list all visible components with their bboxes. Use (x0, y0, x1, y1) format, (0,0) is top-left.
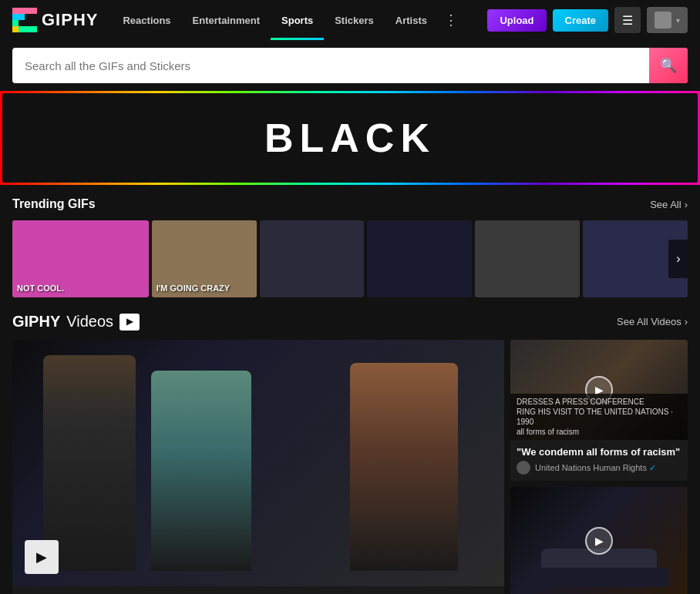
video-channel: United Nations Human Rights ✓ (517, 461, 681, 475)
svg-rect-3 (12, 26, 19, 32)
create-button[interactable]: Create (553, 9, 608, 32)
verified-badge-icon: ✓ (649, 463, 656, 473)
svg-rect-4 (19, 8, 37, 14)
gif-item[interactable] (260, 220, 365, 297)
trending-header: Trending GIFs See All › (12, 197, 688, 211)
channel-avatar (517, 461, 530, 475)
gif-content: I'M GOING CRAZY (152, 220, 257, 297)
gif-label: NOT COOL. (17, 284, 64, 293)
video-card[interactable]: ▶ Don Toliver – After Party (510, 487, 688, 594)
banner-text: BLACK (264, 116, 436, 160)
channel-name: United Nations Human Rights ✓ (535, 463, 656, 473)
nav-artists[interactable]: Artists (385, 0, 438, 40)
videos-label: Videos (66, 313, 113, 331)
logo-text: GIPHY (42, 10, 98, 30)
search-icon: 🔍 (660, 57, 677, 74)
scene-figure-mid (151, 371, 251, 571)
main-video-thumbnail: ▶ (12, 340, 504, 586)
avatar-image (655, 12, 671, 29)
video-card-thumbnail: ▶ (510, 487, 688, 594)
nav-stickers[interactable]: Stickers (324, 0, 385, 40)
logo-icon (12, 8, 37, 32)
header-actions: Upload Create ☰ ▾ (487, 7, 688, 33)
trending-title: Trending GIFs (12, 197, 96, 211)
upload-button[interactable]: Upload (487, 9, 546, 32)
gif-content (367, 220, 472, 297)
user-avatar[interactable]: ▾ (647, 7, 688, 33)
videos-brand: GIPHY (12, 313, 60, 331)
nav-entertainment[interactable]: Entertainment (182, 0, 271, 40)
avatar-chevron-icon: ▾ (676, 16, 680, 25)
gif-item[interactable] (367, 220, 472, 297)
nav-more-icon[interactable]: ⋮ (438, 12, 464, 29)
video-sidebar: ▶ DRESSES A PRESS CONFERENCE RING HIS VI… (510, 340, 688, 594)
svg-rect-6 (19, 26, 37, 32)
video-card-thumbnail: ▶ DRESSES A PRESS CONFERENCE RING HIS VI… (510, 340, 688, 440)
search-button[interactable]: 🔍 (649, 48, 688, 83)
svg-rect-2 (12, 20, 19, 26)
scene-figure-right (350, 363, 458, 571)
svg-rect-0 (12, 8, 19, 14)
menu-button[interactable]: ☰ (614, 7, 641, 33)
videos-section: GIPHY Videos ▶ See All Videos › ▶ Fresh … (0, 304, 700, 594)
gif-content: NOT COOL. (12, 220, 149, 297)
caption-line1: DRESSES A PRESS CONFERENCE (517, 397, 681, 407)
caption-line3: all forms of racism (517, 427, 681, 437)
rainbow-banner-wrapper: BLACK (0, 91, 700, 185)
gif-item[interactable] (475, 220, 580, 297)
scene-figure-left (43, 355, 136, 571)
nav-sports[interactable]: Sports (271, 0, 324, 40)
trending-section: Trending GIFs See All › NOT COOL. I'M GO… (0, 185, 700, 304)
caption-line2: RING HIS VISIT TO THE UNITED NATIONS · 1… (517, 407, 681, 427)
gif-label: I'M GOING CRAZY (156, 284, 231, 293)
logo[interactable]: GIPHY (12, 8, 98, 32)
video-card-title: "We condemn all forms of racism" (517, 446, 681, 458)
video-card[interactable]: ▶ DRESSES A PRESS CONFERENCE RING HIS VI… (510, 340, 688, 481)
videos-see-all-chevron-icon: › (685, 316, 688, 327)
main-video[interactable]: ▶ Fresh Prince – The Ethnic Tip (12, 340, 504, 594)
main-video-title: Fresh Prince – The Ethnic Tip (12, 586, 504, 594)
videos-see-all[interactable]: See All Videos › (617, 316, 688, 327)
gif-item[interactable]: NOT COOL. (12, 220, 149, 297)
svg-rect-1 (12, 14, 19, 20)
search-input[interactable] (12, 50, 649, 82)
video-scene (12, 340, 504, 586)
videos-play-icon: ▶ (119, 314, 140, 331)
gif-content (475, 220, 580, 297)
svg-rect-5 (19, 14, 25, 20)
videos-title: GIPHY Videos ▶ (12, 313, 140, 331)
see-all-chevron-icon: › (685, 199, 688, 210)
video-card-play-icon: ▶ (585, 527, 613, 555)
gif-item[interactable]: › (583, 220, 688, 297)
search-container: 🔍 (12, 48, 688, 83)
main-nav: Reactions Entertainment Sports Stickers … (112, 0, 481, 40)
gif-grid: NOT COOL. I'M GOING CRAZY › (12, 220, 688, 297)
gif-next-arrow[interactable]: › (668, 240, 688, 278)
gif-content (260, 220, 365, 297)
videos-header: GIPHY Videos ▶ See All Videos › (12, 313, 688, 331)
video-caption: DRESSES A PRESS CONFERENCE RING HIS VISI… (510, 394, 688, 440)
trending-see-all[interactable]: See All › (650, 199, 688, 210)
header: GIPHY Reactions Entertainment Sports Sti… (0, 0, 700, 40)
videos-grid: ▶ Fresh Prince – The Ethnic Tip ▶ DRESSE… (12, 340, 688, 594)
gif-item[interactable]: I'M GOING CRAZY (152, 220, 257, 297)
nav-reactions[interactable]: Reactions (112, 0, 181, 40)
rainbow-banner[interactable]: BLACK (2, 93, 698, 183)
main-video-play-button[interactable]: ▶ (25, 540, 59, 574)
video-card-info: "We condemn all forms of racism" United … (510, 440, 688, 481)
search-bar: 🔍 (0, 40, 700, 91)
